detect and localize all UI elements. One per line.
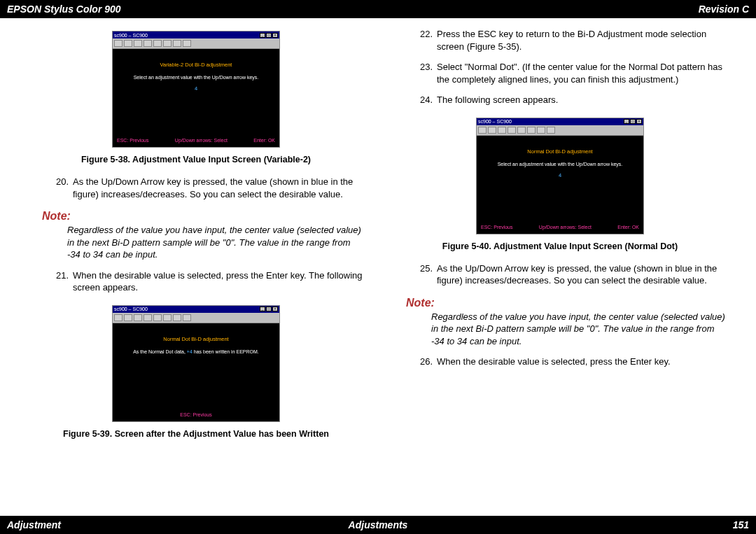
toolbar-icon <box>153 40 162 47</box>
step-25: 25. As the Up/Down Arrow key is pressed,… <box>392 262 728 287</box>
ss-heading: Normal Dot Bi-D adjustment <box>117 336 275 342</box>
ss-heading: Normal Dot Bi-D adjustment <box>481 148 639 155</box>
header-bar: EPSON Stylus Color 900 Revision C <box>0 0 756 18</box>
toolbar-icon <box>547 127 555 134</box>
toolbar-icon <box>478 127 486 134</box>
screenshot-body: Normal Dot Bi-D adjustment As the Normal… <box>113 323 279 421</box>
close-icon: × <box>272 33 278 38</box>
step-number: 22. <box>420 28 437 52</box>
toolbar-icon <box>517 127 526 134</box>
minimize-icon: _ <box>624 119 629 124</box>
ss-footer: ESC: Previous <box>117 412 275 417</box>
toolbar-icon <box>498 127 506 134</box>
toolbar-icon <box>163 40 172 47</box>
right-column: 22. Press the ESC key to return to the B… <box>392 25 728 447</box>
footer-center: Adjustments <box>349 519 408 531</box>
maximize-icon: □ <box>266 33 272 38</box>
toolbar-icon <box>183 40 191 47</box>
toolbar-icon <box>144 314 152 321</box>
window-title: sc900 – SC900 <box>114 33 148 38</box>
figure-5-38: sc900 – SC900 _ □ × <box>28 31 364 148</box>
ss-esc-label: ESC: Previous <box>117 138 149 143</box>
ss-instruction: Select an adjustment value with the Up/D… <box>481 162 639 167</box>
step-number: 20. <box>56 176 73 200</box>
window-control-icons: _ □ × <box>260 33 278 38</box>
minimize-icon: _ <box>260 33 265 38</box>
toolbar-icon <box>507 127 516 134</box>
window-titlebar: sc900 – SC900 _ □ × <box>113 31 279 38</box>
window-titlebar: sc900 – SC900 _ □ × <box>113 306 279 313</box>
figure-5-40: sc900 – SC900 _ □ × <box>392 118 728 234</box>
step-text: When the desirable value is selected, pr… <box>73 269 364 294</box>
step-text: Select "Normal Dot". (If the center valu… <box>437 61 728 85</box>
minimize-icon: _ <box>260 307 265 311</box>
step-20: 20. As the Up/Down Arrow key is pressed,… <box>28 176 364 200</box>
toolbar-icon <box>114 314 122 321</box>
screenshot-body: Normal Dot Bi-D adjustment Select an adj… <box>477 136 643 234</box>
note-label: Note: <box>406 297 728 309</box>
ss-value-inline: +4 <box>187 349 192 354</box>
toolbar-icon <box>124 40 132 47</box>
page-content: sc900 – SC900 _ □ × <box>0 18 756 475</box>
ss-esc-label: ESC: Previous <box>481 225 513 230</box>
step-text: As the Up/Down Arrow key is pressed, the… <box>73 176 364 200</box>
screenshot-body: Variable-2 Dot Bi-D adjustment Select an… <box>113 49 279 147</box>
step-number: 23. <box>420 61 437 85</box>
ss-updown-label: Up/Down arrows: Select <box>513 225 618 230</box>
step-number: 21. <box>56 269 73 294</box>
toolbar-icon <box>537 127 545 134</box>
window-toolbar <box>113 38 279 49</box>
ss-value: 4 <box>481 172 639 178</box>
step-21: 21. When the desirable value is selected… <box>28 269 364 294</box>
toolbar-icon <box>144 40 152 47</box>
footer-left: Adjustment <box>7 519 61 531</box>
ss-instruction: As the Normal Dot data, +4 has been writ… <box>117 349 275 354</box>
step-number: 25. <box>420 262 437 287</box>
window-title: sc900 – SC900 <box>478 119 512 124</box>
step-number: 24. <box>420 94 437 106</box>
step-text: When the desirable value is selected, pr… <box>437 356 671 368</box>
window-toolbar <box>477 125 643 136</box>
close-icon: × <box>636 119 642 124</box>
ss-footer: ESC: Previous Up/Down arrows: Select Ent… <box>481 225 639 230</box>
maximize-icon: □ <box>266 307 272 311</box>
toolbar-icon <box>173 40 181 47</box>
toolbar-icon <box>183 314 191 321</box>
window-titlebar: sc900 – SC900 _ □ × <box>477 118 643 125</box>
footer-page-number: 151 <box>733 519 749 531</box>
figure-5-39: sc900 – SC900 _ □ × <box>28 305 364 422</box>
text-pre: As the Normal Dot data, <box>133 349 187 354</box>
step-text: The following screen appears. <box>437 94 558 106</box>
ss-footer: ESC: Previous Up/Down arrows: Select Ent… <box>117 138 275 143</box>
toolbar-icon <box>153 314 162 321</box>
header-right: Revision C <box>699 3 749 15</box>
note-body: Regardless of the value you have input, … <box>28 224 364 267</box>
ss-instruction: Select an adjustment value with the Up/D… <box>117 75 275 80</box>
window-control-icons: _ □ × <box>260 307 278 311</box>
screenshot-window: sc900 – SC900 _ □ × <box>476 118 644 234</box>
window-control-icons: _ □ × <box>624 119 642 124</box>
step-26: 26. When the desirable value is selected… <box>392 356 728 368</box>
toolbar-icon <box>134 314 142 321</box>
header-left: EPSON Stylus Color 900 <box>7 3 121 15</box>
ss-updown-label: Up/Down arrows: Select <box>149 138 254 143</box>
close-icon: × <box>272 307 278 311</box>
note-body: Regardless of the value you have input, … <box>392 311 728 353</box>
toolbar-icon <box>488 127 496 134</box>
figure-40-caption: Figure 5-40. Adjustment Value Input Scre… <box>392 241 728 251</box>
maximize-icon: □ <box>630 119 636 124</box>
footer-bar: Adjustment Adjustments 151 <box>0 516 756 534</box>
toolbar-icon <box>124 314 132 321</box>
step-24: 24. The following screen appears. <box>392 94 728 106</box>
ss-esc-label: ESC: Previous <box>180 412 212 417</box>
figure-38-caption: Figure 5-38. Adjustment Value Input Scre… <box>28 155 364 164</box>
step-23: 23. Select "Normal Dot". (If the center … <box>392 61 728 85</box>
note-label: Note: <box>42 210 364 223</box>
toolbar-icon <box>163 314 172 321</box>
figure-39-caption: Figure 5-39. Screen after the Adjustment… <box>28 429 364 439</box>
toolbar-icon <box>527 127 536 134</box>
ss-enter-label: Enter: OK <box>253 138 275 143</box>
step-text: Press the ESC key to return to the Bi-D … <box>437 28 728 52</box>
step-text: As the Up/Down Arrow key is pressed, the… <box>437 262 728 287</box>
ss-heading: Variable-2 Dot Bi-D adjustment <box>117 62 275 68</box>
